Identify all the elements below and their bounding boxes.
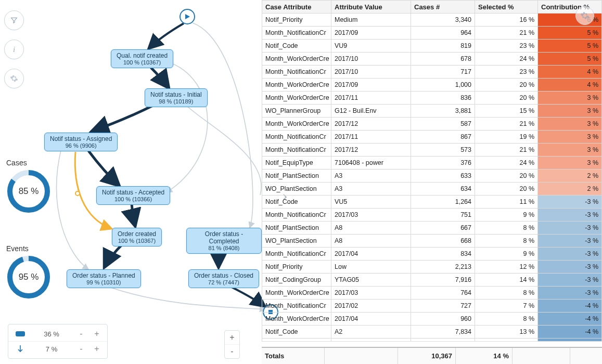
cell-value: 7106408 - power	[331, 157, 411, 170]
cell-contribution: 3 %	[538, 131, 602, 144]
cell-attr: Month_NotificationCr	[262, 131, 331, 144]
process-start-node[interactable]	[180, 9, 195, 24]
cell-value: 2017/11	[331, 131, 411, 144]
activities-increment[interactable]: +	[92, 329, 102, 339]
table-row[interactable]: Notif_EquipType7106408 - power37624 %3 %	[262, 157, 602, 170]
settings-button[interactable]	[4, 69, 24, 88]
cell-contribution: -3 %	[538, 274, 602, 287]
node-sub: 81 % (8408)	[192, 245, 256, 251]
table-row[interactable]: Month_NotificationCr2017/1186719 %3 %	[262, 131, 602, 144]
cell-attr: Notif_Code	[262, 40, 331, 53]
cell-attr: Notif_Priority	[262, 261, 331, 274]
activities-decrement[interactable]: -	[76, 329, 86, 339]
info-icon: i	[13, 45, 15, 54]
cell-contribution: -4 %	[538, 326, 602, 339]
cell-selected: 24 %	[475, 157, 538, 170]
cell-cases: 3,881	[411, 105, 475, 118]
events-gauge-title: Events	[5, 244, 62, 253]
process-node[interactable]: Notif status - Initial 98 % (10189)	[145, 88, 208, 107]
cell-selected: 19 %	[475, 131, 538, 144]
node-label: Order status - Completed	[192, 230, 256, 245]
cell-contribution: 3 %	[538, 118, 602, 131]
cell-selected: 13 %	[475, 326, 538, 339]
table-row[interactable]: Notif_CodingGroupYTAG057,91614 %-3 %	[262, 274, 602, 287]
cell-selected: 24 %	[475, 53, 538, 66]
table-row[interactable]: Notif_CodeA27,83413 %-4 %	[262, 326, 602, 339]
cell-value: Medium	[331, 14, 411, 27]
table-row[interactable]: Month_NotificationCr2017/048349 %-3 %	[262, 248, 602, 261]
cell-attr: WO_PlannerGroup	[262, 105, 331, 118]
table-row[interactable]: Month_NotificationCr2017/037519 %-3 %	[262, 209, 602, 222]
process-graph-panel: i Cases 85 % Events	[0, 0, 262, 364]
node-label: Order status - Closed	[194, 272, 253, 279]
cases-gauge-title: Cases	[5, 159, 62, 167]
process-node[interactable]: Qual. notif created 100 % (10367)	[111, 49, 173, 68]
cell-contribution: 5 %	[538, 40, 602, 53]
table-row[interactable]: Notif_PriorityMedium3,34016 %6 %	[262, 14, 602, 27]
cell-cases: 764	[411, 287, 475, 300]
zoom-controls: + -	[224, 330, 240, 359]
table-row[interactable]: Month_WorkOrderCre2017/1183620 %3 %	[262, 92, 602, 105]
table-settings-button[interactable]	[575, 6, 594, 25]
process-node[interactable]: Notif status - Accepted 100 % (10366)	[96, 186, 170, 205]
node-sub: 100 % (10367)	[117, 59, 168, 66]
cell-attr: Notif_EquipType	[262, 157, 331, 170]
table-row[interactable]: Notif_PlantSectionA86678 %-3 %	[262, 222, 602, 235]
cell-selected: 23 %	[475, 40, 538, 53]
cell-attr: Month_NotificationCr	[262, 66, 331, 79]
table-row[interactable]: Month_WorkOrderCre2017/1258721 %3 %	[262, 118, 602, 131]
filter-button[interactable]	[4, 10, 24, 30]
table-row[interactable]: Notif_CodeVU51,26411 %-3 %	[262, 196, 602, 209]
cell-value: 2017/02	[331, 300, 411, 313]
process-node[interactable]: Order status - Planned 99 % (10310)	[67, 269, 141, 288]
paths-increment[interactable]: +	[92, 344, 102, 354]
col-case-attribute[interactable]: Case Attribute	[262, 1, 331, 14]
cell-value: VU9	[331, 40, 411, 53]
col-selected-pct[interactable]: Selected %	[475, 1, 538, 14]
cell-cases: 7,916	[411, 274, 475, 287]
table-row[interactable]: Notif_PriorityLow2,21312 %-3 %	[262, 261, 602, 274]
cell-value: A8	[331, 235, 411, 248]
cell-value: YTAG05	[331, 274, 411, 287]
col-attribute-value[interactable]: Attribute Value	[331, 1, 411, 14]
cell-attr: Notif_Code	[262, 196, 331, 209]
table-row[interactable]: Month_WorkOrderCre2017/037648 %-3 %	[262, 287, 602, 300]
cell-selected: 8 %	[475, 313, 538, 326]
col-cases[interactable]: Cases #	[411, 1, 475, 14]
table-row[interactable]: Notif_PlantSectionA363320 %2 %	[262, 170, 602, 183]
cell-selected: 16 %	[475, 14, 538, 27]
cell-cases: 751	[411, 209, 475, 222]
table-row[interactable]: Month_WorkOrderCre2017/1067824 %5 %	[262, 53, 602, 66]
activities-icon	[14, 331, 27, 336]
attribute-table[interactable]: Case Attribute Attribute Value Cases # S…	[262, 0, 602, 342]
cell-selected: 21 %	[475, 27, 538, 40]
table-row[interactable]: Month_WorkOrderCre2017/091,00020 %4 %	[262, 79, 602, 92]
process-node[interactable]: Order status - Completed 81 % (8408)	[186, 228, 262, 254]
zoom-out-button[interactable]: -	[225, 344, 239, 358]
table-row[interactable]: Month_WorkOrderCre2017/049608 %-4 %	[262, 313, 602, 326]
table-row[interactable]: Notif_CodeVU981923 %5 %	[262, 40, 602, 53]
paths-decrement[interactable]: -	[76, 344, 86, 354]
node-label: Notif status - Assigned	[50, 135, 112, 142]
process-node[interactable]: Order status - Closed 72 % (7447)	[188, 269, 259, 288]
cell-cases: 1,264	[411, 196, 475, 209]
info-button[interactable]: i	[4, 40, 24, 59]
zoom-in-button[interactable]: +	[225, 331, 239, 344]
table-row[interactable]: Month_NotificationCr2017/1257321 %3 %	[262, 144, 602, 157]
table-row[interactable]: Month_NotificationCr2017/0996421 %5 %	[262, 27, 602, 40]
table-row[interactable]: WO_PlantSectionA363420 %2 %	[262, 183, 602, 196]
cell-contribution: 3 %	[538, 144, 602, 157]
process-node[interactable]: Notif status - Assigned 96 % (9906)	[44, 133, 118, 151]
cell-contribution: 2 %	[538, 170, 602, 183]
table-row[interactable]: WO_PlantSectionA86688 %-3 %	[262, 235, 602, 248]
table-row[interactable]: Month_NotificationCr2017/1071723 %4 %	[262, 66, 602, 79]
cell-value: 2017/10	[331, 66, 411, 79]
cell-value: 2017/03	[331, 287, 411, 300]
cell-contribution: -3 %	[538, 196, 602, 209]
table-row[interactable]: Month_NotificationCr2017/027277 %-4 %	[262, 300, 602, 313]
totals-row: Totals 10,367 14 %	[262, 347, 602, 364]
gear-icon	[580, 11, 590, 20]
process-node[interactable]: Order created 100 % (10367)	[112, 228, 162, 246]
table-row[interactable]: WO_PlannerGroupG12 - Buil.Env3,88115 %3 …	[262, 105, 602, 118]
cell-value: Low	[331, 261, 411, 274]
